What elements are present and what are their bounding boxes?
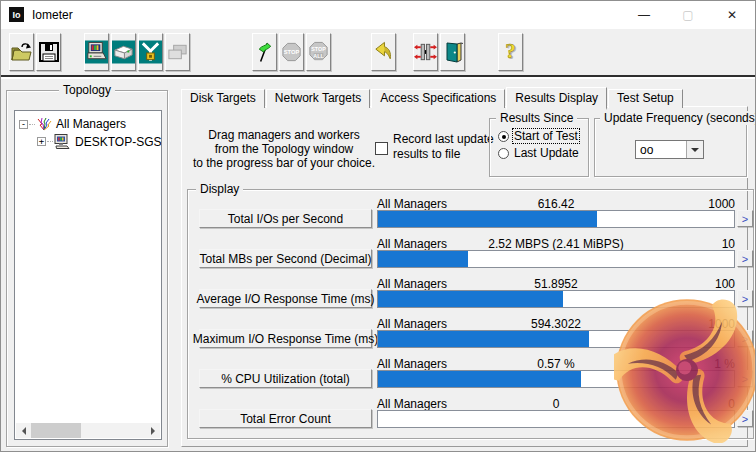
tab-network-targets[interactable]: Network Targets xyxy=(266,89,370,108)
metric-select-button[interactable]: Average I/O Response Time (ms) xyxy=(199,289,372,308)
display-row: All Managers 2.52 MBPS (2.41 MiBPS) 10 T… xyxy=(188,237,753,277)
save-icon xyxy=(39,42,59,62)
progress-bar-fill xyxy=(378,291,563,307)
progress-bar[interactable] xyxy=(377,210,735,228)
progress-bar-fill xyxy=(378,211,597,227)
expand-results-button[interactable]: > xyxy=(737,370,753,387)
radio-start-of-test-circle[interactable] xyxy=(498,131,509,142)
results-since-label: Results Since xyxy=(496,111,577,125)
metric-select-button[interactable]: Total I/Os per Second xyxy=(199,209,372,228)
tree-connector xyxy=(29,124,35,125)
exit-icon xyxy=(442,40,464,64)
metric-select-button[interactable]: Total MBs per Second (Decimal) xyxy=(199,249,372,268)
tab-access-specifications[interactable]: Access Specifications xyxy=(371,89,505,108)
app-icon: Io xyxy=(9,7,24,22)
save-button[interactable] xyxy=(36,33,61,71)
radio-last-update[interactable]: Last Update xyxy=(498,146,580,160)
radio-last-update-circle[interactable] xyxy=(498,148,509,159)
display-label: Display xyxy=(196,182,243,196)
scroll-left-button[interactable] xyxy=(16,423,31,438)
help-icon: ? ? xyxy=(501,39,521,65)
tree-connector xyxy=(47,141,53,142)
new-network-worker-button[interactable] xyxy=(138,33,163,71)
tab-test-setup[interactable]: Test Setup xyxy=(608,89,683,108)
connect-computer-icon xyxy=(85,39,108,65)
exit-button[interactable] xyxy=(440,33,465,71)
stop-test-icon: STOP xyxy=(280,40,303,64)
update-frequency-combobox[interactable]: oo xyxy=(635,140,704,159)
row-max-label: 100 xyxy=(377,277,735,291)
client-area: Topology - All Managers + xyxy=(0,79,756,452)
tab-strip: Disk Targets Network Targets Access Spec… xyxy=(181,86,684,108)
metric-select-button[interactable]: % CPU Utilization (total) xyxy=(199,369,372,388)
row-max-label: 0 xyxy=(377,397,735,411)
new-manager-icon xyxy=(112,40,135,64)
new-manager-button[interactable] xyxy=(111,33,136,71)
maximize-button: ▢ xyxy=(666,0,710,29)
start-tests-button[interactable] xyxy=(252,33,277,71)
expand-results-button[interactable]: > xyxy=(737,330,753,347)
move-workers-icon xyxy=(414,40,437,64)
progress-bar-fill xyxy=(378,251,468,267)
scroll-thumb[interactable] xyxy=(31,423,81,438)
expand-expander[interactable]: + xyxy=(37,137,46,146)
update-frequency-group: Update Frequency (seconds) oo xyxy=(594,118,747,177)
expand-results-button[interactable]: > xyxy=(737,290,753,307)
tree-item-manager[interactable]: + DESKTOP-SGSU4 xyxy=(37,134,162,149)
new-network-worker-icon xyxy=(139,40,162,64)
tree-item-label[interactable]: DESKTOP-SGSU4 xyxy=(75,135,162,149)
tree-item-all-managers[interactable]: - All Managers xyxy=(19,117,126,131)
svg-text:?: ? xyxy=(505,39,516,63)
row-max-label: 10 xyxy=(377,237,735,251)
window-title: Iometer xyxy=(32,8,73,22)
open-file-button[interactable] xyxy=(9,33,34,71)
update-frequency-label: Update Frequency (seconds) xyxy=(600,111,756,125)
stop-all-tests-icon: STOP ALL xyxy=(307,40,330,64)
metric-select-button[interactable]: Total Error Count xyxy=(199,409,372,428)
update-frequency-value: oo xyxy=(636,141,686,158)
expand-results-button[interactable]: > xyxy=(737,250,753,267)
topology-tree[interactable]: - All Managers + xyxy=(14,110,162,440)
row-max-label: 1 % xyxy=(377,357,735,371)
progress-bar[interactable] xyxy=(377,330,735,348)
metric-select-button[interactable]: Maximum I/O Response Time (ms) xyxy=(199,329,372,348)
radio-start-of-test[interactable]: Start of Test xyxy=(498,129,579,143)
reset-workers-icon xyxy=(372,40,395,64)
tab-results-display[interactable]: Results Display xyxy=(506,87,607,110)
progress-bar[interactable] xyxy=(377,410,735,428)
drag-instructions: Drag managers and workers from the Topol… xyxy=(188,128,380,170)
reset-workers-button[interactable] xyxy=(371,33,396,71)
combo-dropdown-button[interactable] xyxy=(686,141,703,158)
display-row: All Managers 594.3022 1000 Maximum I/O R… xyxy=(188,317,753,357)
tree-item-label[interactable]: All Managers xyxy=(56,117,126,131)
record-last-update-label: Record last update results to file xyxy=(393,132,494,162)
tab-disk-targets[interactable]: Disk Targets xyxy=(181,89,265,108)
svg-text:STOP: STOP xyxy=(311,46,326,52)
svg-text:STOP: STOP xyxy=(284,49,300,55)
start-tests-icon xyxy=(253,40,276,64)
close-button[interactable]: ✕ xyxy=(710,0,754,29)
progress-bar-fill xyxy=(378,371,581,387)
display-group: Display All Managers 616.42 1000 Total I… xyxy=(187,189,754,439)
scroll-track[interactable] xyxy=(31,423,145,438)
display-row: All Managers 0 0 Total Error Count > xyxy=(188,397,753,437)
minimize-button[interactable]: — xyxy=(622,0,666,29)
titlebar: Io Iometer — ▢ ✕ xyxy=(0,0,756,29)
all-managers-icon xyxy=(36,117,52,131)
toolbar: STOP STOP ALL xyxy=(0,29,756,77)
progress-bar[interactable] xyxy=(377,370,735,388)
expand-results-button[interactable]: > xyxy=(737,210,753,227)
expand-results-button[interactable]: > xyxy=(737,410,753,427)
tree-horizontal-scrollbar[interactable] xyxy=(16,423,160,438)
svg-text:ALL: ALL xyxy=(313,53,324,59)
scroll-right-button[interactable] xyxy=(145,423,160,438)
move-workers-button[interactable] xyxy=(413,33,438,71)
display-row: All Managers 51.8952 100 Average I/O Res… xyxy=(188,277,753,317)
record-last-update-checkbox[interactable] xyxy=(375,142,388,155)
collapse-expander[interactable]: - xyxy=(19,120,28,129)
progress-bar[interactable] xyxy=(377,290,735,308)
progress-bar[interactable] xyxy=(377,250,735,268)
connect-computer-button[interactable] xyxy=(84,33,109,71)
row-max-label: 1000 xyxy=(377,197,735,211)
help-button[interactable]: ? ? xyxy=(498,33,523,71)
